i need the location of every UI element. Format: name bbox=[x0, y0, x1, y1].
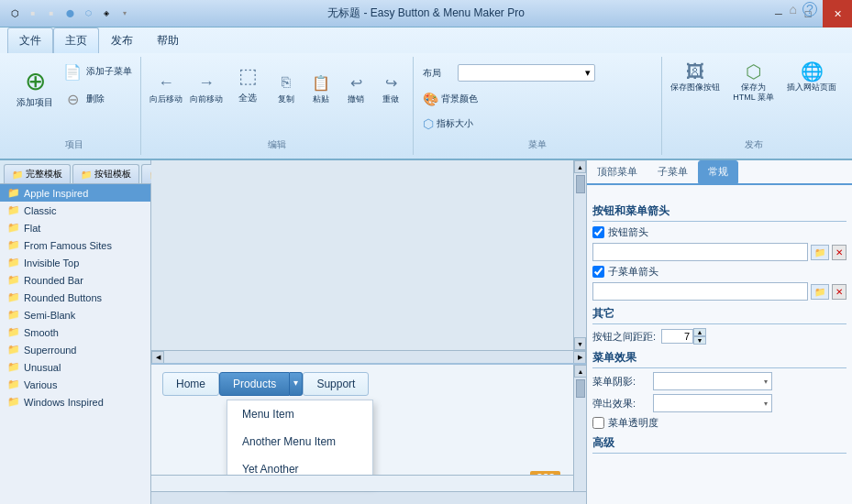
prev-vscroll-up[interactable]: ▲ bbox=[574, 365, 587, 378]
icon-size-row: ⬡ 指标大小 bbox=[423, 116, 652, 131]
insert-web-label: 插入网站页面 bbox=[787, 82, 836, 93]
template-item-classic[interactable]: 📁 Classic bbox=[0, 202, 150, 219]
template-item-invisible[interactable]: 📁 Invisible Top bbox=[0, 254, 150, 271]
template-item-apple[interactable]: 📁 Apple Inspired bbox=[0, 184, 150, 202]
nav-products-dropdown[interactable]: ▾ bbox=[290, 372, 303, 396]
menu-options: 布局 ▾ 🎨 背景颜色 ⬡ bbox=[419, 59, 656, 137]
btn-spacing-input[interactable] bbox=[661, 329, 693, 344]
save-html-button[interactable]: ⬡ 保存为HTML 菜单 bbox=[728, 59, 779, 104]
canvas-vscrollbar[interactable]: ▲ ▼ bbox=[573, 160, 586, 350]
template-item-flat[interactable]: 📁 Flat bbox=[0, 219, 150, 236]
bottom-hscrollbar[interactable] bbox=[151, 491, 586, 504]
submenu-arrow-clear[interactable]: ✕ bbox=[832, 284, 846, 300]
undo-icon: ↩ bbox=[345, 71, 367, 93]
popup-dropdown-arrow: ▾ bbox=[764, 400, 768, 408]
button-templates-tab[interactable]: 📁 按钮模板 bbox=[72, 164, 139, 183]
shadow-label: 菜单阴影: bbox=[592, 375, 647, 389]
nav-support-button[interactable]: Support bbox=[303, 372, 369, 396]
copy-button[interactable]: ⎘ 复制 bbox=[270, 70, 303, 107]
arrows-section-title: 按钮和菜单箭头 bbox=[592, 203, 846, 222]
add-project-button[interactable]: ⊕ 添加项目 bbox=[13, 63, 57, 112]
template-item-various[interactable]: 📁 Various bbox=[0, 376, 150, 393]
hscroll-right-btn[interactable]: ▶ bbox=[573, 351, 586, 364]
template-item-unusual[interactable]: 📁 Unusual bbox=[0, 358, 150, 376]
project-small-btns: 📄 添加子菜单 ⊖ 删除 bbox=[59, 59, 135, 112]
save-html-icon: ⬡ bbox=[743, 60, 765, 82]
btn-arrow-browse[interactable]: 📁 bbox=[811, 245, 829, 260]
ribbon-group-project: ⊕ 添加项目 📄 添加子菜单 ⊖ 删除 项目 bbox=[7, 57, 141, 155]
template-tabs: 📁 完整模板 📁 按钮模板 📁 子菜单模板 bbox=[0, 160, 150, 184]
forward-button[interactable]: → 向前移动 bbox=[187, 70, 226, 107]
template-item-famous[interactable]: 📁 From Famous Sites bbox=[0, 236, 150, 254]
template-item-rounded-bar[interactable]: 📁 Rounded Bar bbox=[0, 271, 150, 289]
edit-buttons: ← 向后移动 → 向前移动 ⬚ 全选 ⎘ 复制 bbox=[147, 59, 407, 107]
work-area: 📁 完整模板 📁 按钮模板 📁 子菜单模板 📁 Apple Inspired bbox=[0, 160, 852, 504]
canvas-hscrollbar[interactable]: ◀ ▶ bbox=[151, 350, 586, 363]
shadow-dropdown[interactable]: ▾ bbox=[653, 372, 772, 390]
complete-templates-tab[interactable]: 📁 完整模板 bbox=[4, 164, 71, 183]
submenu-arrow-checkbox[interactable] bbox=[592, 266, 604, 278]
preview-vscrollbar[interactable]: ▲ bbox=[573, 365, 586, 491]
undo-button[interactable]: ↩ 撤销 bbox=[339, 70, 372, 107]
layout-dropdown[interactable]: ▾ bbox=[458, 64, 595, 82]
btn-arrow-clear[interactable]: ✕ bbox=[832, 245, 846, 260]
spin-up-btn[interactable]: ▲ bbox=[693, 328, 706, 336]
close-button[interactable]: ✕ bbox=[823, 0, 852, 27]
shadow-dropdown-arrow: ▾ bbox=[764, 378, 768, 386]
back-label: 向后移动 bbox=[149, 93, 183, 105]
popup-dropdown[interactable]: ▾ bbox=[653, 394, 772, 412]
template-item-semi-blank[interactable]: 📁 Semi-Blank bbox=[0, 306, 150, 323]
spin-down-btn[interactable]: ▼ bbox=[693, 336, 706, 345]
right-sidebar: 顶部菜单 子菜单 常规 按钮和菜单箭头 按钮箭头 📁 ✕ 子菜 bbox=[586, 160, 852, 504]
right-tab-general[interactable]: 常规 bbox=[698, 160, 738, 183]
template-item-windows[interactable]: 📁 Windows Inspired bbox=[0, 393, 150, 411]
add-submenu-button[interactable]: 📄 添加子菜单 bbox=[59, 59, 135, 84]
template-item-smooth[interactable]: 📁 Smooth bbox=[0, 323, 150, 341]
canvas-area: ▲ ▼ bbox=[151, 160, 586, 350]
redo-label: 重做 bbox=[382, 93, 399, 105]
folder-icon-8: 📁 bbox=[7, 326, 20, 338]
vscroll-thumb[interactable] bbox=[576, 175, 585, 193]
nav-home-button[interactable]: Home bbox=[162, 372, 219, 396]
template-item-rounded-buttons[interactable]: 📁 Rounded Buttons bbox=[0, 289, 150, 306]
opacity-checkbox[interactable] bbox=[592, 417, 604, 429]
nav-products-button[interactable]: Products bbox=[219, 372, 290, 396]
vscroll-down-btn[interactable]: ▼ bbox=[574, 337, 586, 350]
submenu-arrow-input[interactable] bbox=[592, 282, 808, 301]
btn-arrow-checkbox[interactable] bbox=[592, 226, 604, 238]
icon-size-icon: ⬡ bbox=[423, 116, 434, 131]
menu-item-0[interactable]: Menu Item bbox=[227, 400, 372, 428]
ribbon-tab-home[interactable]: 主页 bbox=[53, 27, 99, 53]
insert-web-button[interactable]: 🌐 插入网站页面 bbox=[784, 59, 839, 94]
right-tab-submenu[interactable]: 子菜单 bbox=[647, 160, 698, 183]
ribbon-tab-help[interactable]: 帮助 bbox=[145, 27, 191, 53]
center-panel: ▲ ▼ ◀ ▶ ▲ bbox=[151, 160, 586, 504]
menu-item-1[interactable]: Another Menu Item bbox=[227, 428, 372, 455]
right-panel-tabs: 顶部菜单 子菜单 常规 bbox=[587, 160, 852, 185]
ribbon-tabs: 文件 主页 发布 帮助 bbox=[0, 27, 852, 53]
paste-button[interactable]: 📋 粘贴 bbox=[304, 70, 337, 107]
save-image-icon: 🖼 bbox=[684, 60, 706, 82]
btn-spacing-label: 按钮之间距距: bbox=[592, 330, 656, 344]
back-button[interactable]: ← 向后移动 bbox=[147, 70, 185, 107]
ribbon-tab-file[interactable]: 文件 bbox=[7, 27, 53, 53]
redo-icon: ↪ bbox=[380, 71, 402, 93]
btn-arrow-input[interactable] bbox=[592, 243, 808, 261]
delete-button[interactable]: ⊖ 删除 bbox=[59, 86, 135, 112]
bg-color-container: 🎨 背景颜色 bbox=[423, 92, 478, 106]
template-item-superround[interactable]: 📁 Superround bbox=[0, 341, 150, 358]
redo-button[interactable]: ↪ 重做 bbox=[374, 70, 407, 107]
vscroll-up-btn[interactable]: ▲ bbox=[574, 160, 586, 173]
vscroll-track bbox=[574, 195, 586, 337]
save-image-button[interactable]: 🖼 保存图像按钮 bbox=[668, 59, 723, 94]
ribbon-tab-publish[interactable]: 发布 bbox=[99, 27, 145, 53]
template-label-4: Invisible Top bbox=[24, 257, 79, 268]
right-tab-topmenu[interactable]: 顶部菜单 bbox=[587, 160, 647, 183]
hscroll-left-btn[interactable]: ◀ bbox=[151, 351, 164, 364]
select-all-button[interactable]: ⬚ 全选 bbox=[227, 59, 268, 107]
forward-icon: → bbox=[195, 71, 217, 93]
color-swatch-icon: 🎨 bbox=[423, 92, 438, 106]
add-submenu-label: 添加子菜单 bbox=[86, 65, 132, 78]
prev-vscroll-thumb[interactable] bbox=[576, 379, 585, 398]
submenu-arrow-browse[interactable]: 📁 bbox=[811, 284, 829, 300]
